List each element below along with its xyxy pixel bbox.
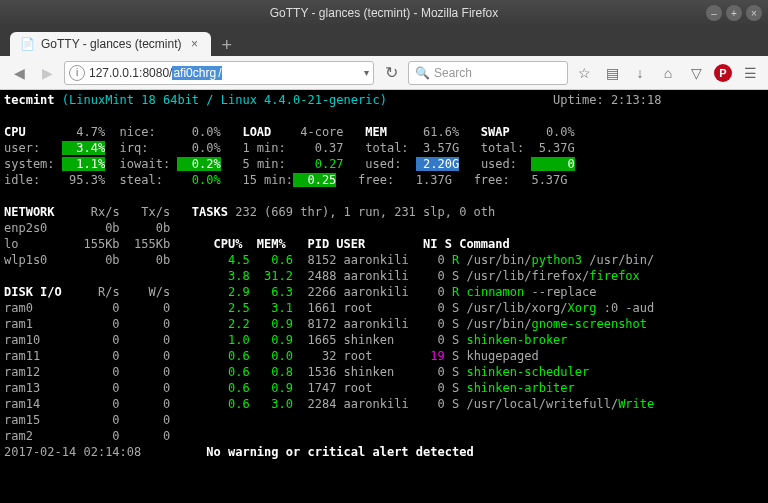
url-selected: afi0chrg — [172, 66, 217, 80]
home-icon[interactable]: ⌂ — [658, 63, 678, 83]
tab-label: GoTTY - glances (tecmint) — [41, 37, 181, 51]
maximize-button[interactable]: + — [726, 5, 742, 21]
browser-tab[interactable]: 📄 GoTTY - glances (tecmint) × — [10, 32, 211, 56]
pinterest-icon[interactable]: P — [714, 64, 732, 82]
toolbar: ◀ ▶ i 127.0.0.1:8080/afi0chrg/ ▾ ↻ 🔍 Sea… — [0, 56, 768, 90]
minimize-button[interactable]: – — [706, 5, 722, 21]
back-button[interactable]: ◀ — [8, 62, 30, 84]
url-host: 127.0.0.1:8080 — [89, 66, 169, 80]
search-bar[interactable]: 🔍 Search — [408, 61, 568, 85]
tab-bar: 📄 GoTTY - glances (tecmint) × + — [0, 26, 768, 56]
url-tail: / — [217, 66, 222, 80]
bookmark-icon[interactable]: ☆ — [574, 63, 594, 83]
dropdown-icon[interactable]: ▾ — [364, 67, 369, 78]
search-placeholder: Search — [434, 66, 472, 80]
url-bar[interactable]: i 127.0.0.1:8080/afi0chrg/ ▾ — [64, 61, 374, 85]
tab-favicon: 📄 — [20, 37, 35, 51]
new-tab-button[interactable]: + — [211, 35, 242, 56]
pocket-icon[interactable]: ▽ — [686, 63, 706, 83]
info-icon[interactable]: i — [69, 65, 85, 81]
reader-icon[interactable]: ▤ — [602, 63, 622, 83]
search-icon: 🔍 — [415, 66, 430, 80]
menu-icon[interactable]: ☰ — [740, 63, 760, 83]
terminal[interactable]: tecmint (LinuxMint 18 64bit / Linux 4.4.… — [0, 90, 768, 503]
close-button[interactable]: × — [746, 5, 762, 21]
tab-close-icon[interactable]: × — [187, 37, 201, 51]
forward-button[interactable]: ▶ — [36, 62, 58, 84]
reload-button[interactable]: ↻ — [380, 63, 402, 82]
window-title: GoTTY - glances (tecmint) - Mozilla Fire… — [270, 6, 499, 20]
window-titlebar: GoTTY - glances (tecmint) - Mozilla Fire… — [0, 0, 768, 26]
downloads-icon[interactable]: ↓ — [630, 63, 650, 83]
